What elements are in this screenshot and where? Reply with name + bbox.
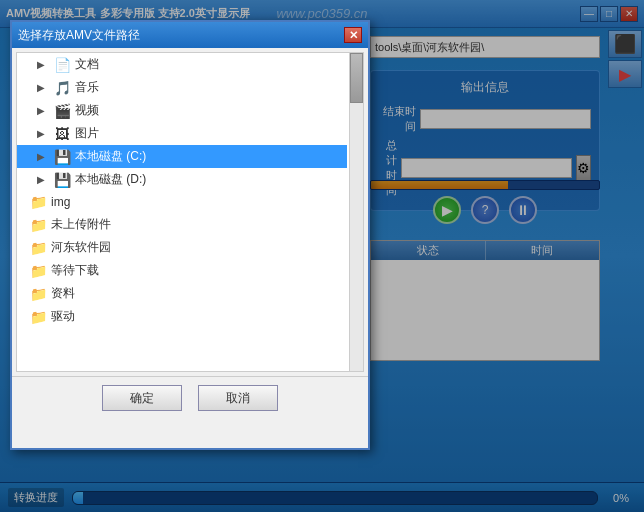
dialog-tree: ▶ 📄 文档 ▶ 🎵 音乐 ▶ 🎬 视频 ▶ 🖼 图片 xyxy=(17,53,363,371)
tree-label-drive-d: 本地磁盘 (D:) xyxy=(75,171,339,188)
dialog-titlebar: 选择存放AMV文件路径 ✕ xyxy=(12,22,368,48)
tree-item-materials[interactable]: 📁 资料 xyxy=(17,282,347,305)
video-icon: 🎬 xyxy=(53,103,71,119)
tree-arrow-drive-c: ▶ xyxy=(37,151,49,162)
drive-d-icon: 💾 xyxy=(53,172,71,188)
tree-item-music[interactable]: ▶ 🎵 音乐 xyxy=(17,76,347,99)
tree-label-downloads: 等待下载 xyxy=(51,262,339,279)
tree-item-img[interactable]: 📁 img xyxy=(17,191,347,213)
tree-arrow-documents: ▶ xyxy=(37,59,49,70)
tree-label-video: 视频 xyxy=(75,102,339,119)
tree-arrow-pictures: ▶ xyxy=(37,128,49,139)
tree-item-documents[interactable]: ▶ 📄 文档 xyxy=(17,53,347,76)
tree-label-drive-c: 本地磁盘 (C:) xyxy=(75,148,339,165)
tree-item-pictures[interactable]: ▶ 🖼 图片 xyxy=(17,122,347,145)
tree-item-uploads[interactable]: 📁 未上传附件 xyxy=(17,213,347,236)
tree-arrow-video: ▶ xyxy=(37,105,49,116)
confirm-button[interactable]: 确定 xyxy=(102,385,182,411)
document-icon: 📄 xyxy=(53,57,71,73)
folder-uploads-icon: 📁 xyxy=(29,217,47,233)
tree-arrow-drive-d: ▶ xyxy=(37,174,49,185)
tree-label-materials: 资料 xyxy=(51,285,339,302)
folder-img-icon: 📁 xyxy=(29,194,47,210)
music-icon: 🎵 xyxy=(53,80,71,96)
folder-hedong-icon: 📁 xyxy=(29,240,47,256)
tree-label-img: img xyxy=(51,195,339,209)
drive-c-icon: 💾 xyxy=(53,149,71,165)
tree-item-downloads[interactable]: 📁 等待下载 xyxy=(17,259,347,282)
dialog-footer: 确定 取消 xyxy=(12,376,368,419)
file-dialog: 选择存放AMV文件路径 ✕ ▶ 📄 文档 ▶ 🎵 音乐 ▶ 🎬 视频 xyxy=(10,20,370,450)
pictures-icon: 🖼 xyxy=(53,126,71,142)
folder-materials-icon: 📁 xyxy=(29,286,47,302)
tree-label-documents: 文档 xyxy=(75,56,339,73)
folder-downloads-icon: 📁 xyxy=(29,263,47,279)
tree-arrow-music: ▶ xyxy=(37,82,49,93)
tree-label-pictures: 图片 xyxy=(75,125,339,142)
tree-item-drivers[interactable]: 📁 驱动 xyxy=(17,305,347,328)
dialog-close-button[interactable]: ✕ xyxy=(344,27,362,43)
tree-label-hedong: 河东软件园 xyxy=(51,239,339,256)
tree-item-video[interactable]: ▶ 🎬 视频 xyxy=(17,99,347,122)
dialog-tree-container: ▶ 📄 文档 ▶ 🎵 音乐 ▶ 🎬 视频 ▶ 🖼 图片 xyxy=(16,52,364,372)
tree-item-drive-c[interactable]: ▶ 💾 本地磁盘 (C:) xyxy=(17,145,347,168)
cancel-button[interactable]: 取消 xyxy=(198,385,278,411)
tree-item-hedong[interactable]: 📁 河东软件园 xyxy=(17,236,347,259)
folder-drivers-icon: 📁 xyxy=(29,309,47,325)
tree-label-uploads: 未上传附件 xyxy=(51,216,339,233)
scrollbar-thumb[interactable] xyxy=(350,53,363,103)
scrollbar-track[interactable] xyxy=(349,53,363,371)
dialog-title: 选择存放AMV文件路径 xyxy=(18,27,344,44)
tree-label-drivers: 驱动 xyxy=(51,308,339,325)
tree-label-music: 音乐 xyxy=(75,79,339,96)
tree-item-drive-d[interactable]: ▶ 💾 本地磁盘 (D:) xyxy=(17,168,347,191)
